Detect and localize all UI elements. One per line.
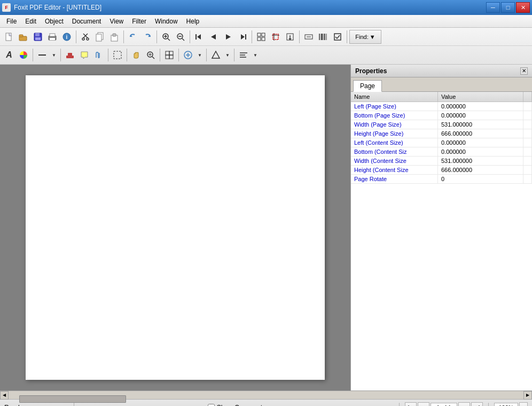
- copy-button[interactable]: [93, 30, 107, 44]
- toolbar-separator: [178, 49, 179, 61]
- toolbar-area: i: [0, 28, 532, 65]
- menu-object[interactable]: Object: [41, 15, 68, 27]
- menu-filter[interactable]: Filter: [128, 15, 151, 27]
- barcode-button[interactable]: [316, 30, 330, 44]
- attach-button[interactable]: [92, 48, 106, 62]
- svg-rect-35: [262, 33, 265, 36]
- text-tool-icon: A: [6, 50, 12, 60]
- color-button[interactable]: [17, 48, 30, 62]
- svg-rect-64: [166, 55, 169, 59]
- line-dropdown-button[interactable]: ▼: [50, 48, 58, 62]
- svg-marker-30: [211, 34, 216, 40]
- maximize-button[interactable]: □: [501, 2, 515, 13]
- status-prev-page[interactable]: [418, 402, 429, 407]
- svg-marker-31: [226, 34, 231, 40]
- page-indicator: 1 of 1: [431, 403, 457, 407]
- status-last-page[interactable]: [471, 402, 483, 407]
- title-bar: F Foxit PDF Editor - [UNTITLED] ─ □ ✕: [0, 0, 532, 15]
- minimize-button[interactable]: ─: [486, 2, 500, 13]
- thumbnail-button[interactable]: [254, 30, 268, 44]
- col-value: Value: [437, 92, 523, 102]
- toolbar-separator: [108, 49, 108, 61]
- menu-view[interactable]: View: [105, 15, 128, 27]
- svg-rect-5: [35, 37, 41, 40]
- toolbar-separator: [160, 49, 160, 61]
- menu-file[interactable]: File: [2, 15, 21, 27]
- toolbar-separator: [76, 30, 76, 43]
- scroll-right-button[interactable]: ▶: [523, 391, 532, 400]
- align-dropdown[interactable]: ▼: [251, 48, 260, 62]
- redo-button[interactable]: [140, 30, 154, 44]
- app-icon: F: [2, 3, 11, 12]
- menu-window[interactable]: Window: [151, 15, 182, 27]
- shapes-button[interactable]: [209, 48, 223, 62]
- properties-table: Name Value Left (Page Size)0.000000Botto…: [351, 92, 532, 184]
- note-button[interactable]: [77, 48, 91, 62]
- table-row: Left (Content Size)0.000000: [351, 138, 532, 147]
- text-field-button[interactable]: [302, 30, 316, 44]
- undo-button[interactable]: [126, 30, 140, 44]
- table-row: Bottom (Page Size)0.000000: [351, 111, 532, 120]
- svg-point-14: [87, 38, 89, 40]
- select-button[interactable]: [111, 48, 124, 62]
- zoom-out-button[interactable]: [174, 30, 187, 44]
- status-separator: [74, 403, 74, 407]
- close-button[interactable]: ✕: [516, 2, 530, 13]
- table-row: Page Rotate0: [351, 175, 532, 184]
- align-button[interactable]: [237, 48, 251, 62]
- save-button[interactable]: [31, 30, 45, 44]
- toolbar-separator: [33, 49, 33, 61]
- checkbox-button[interactable]: [331, 30, 345, 44]
- cut-button[interactable]: [79, 30, 92, 44]
- menu-edit[interactable]: Edit: [21, 15, 41, 27]
- extract-button[interactable]: [283, 30, 297, 44]
- table-row: Height (Page Size)666.000000: [351, 129, 532, 138]
- toolbar-separator: [299, 30, 300, 43]
- svg-rect-2: [19, 35, 23, 37]
- forms-dropdown[interactable]: ▼: [195, 48, 204, 62]
- hand-tool-button[interactable]: [129, 48, 143, 62]
- document-area[interactable]: [0, 65, 350, 391]
- status-first-page[interactable]: [405, 402, 417, 407]
- toolbar-separator: [234, 49, 234, 61]
- menu-document[interactable]: Document: [68, 15, 106, 27]
- svg-rect-34: [257, 33, 261, 36]
- text-tool-button[interactable]: A: [2, 48, 16, 62]
- svg-rect-8: [50, 38, 55, 40]
- tab-page[interactable]: Page: [353, 80, 382, 92]
- info-button[interactable]: i: [60, 30, 74, 44]
- svg-rect-52: [334, 34, 341, 40]
- svg-rect-62: [166, 51, 169, 55]
- last-page-button[interactable]: [236, 30, 249, 44]
- properties-header: Properties ✕: [351, 65, 532, 77]
- forms-button[interactable]: [181, 48, 195, 62]
- first-page-button[interactable]: [192, 30, 206, 44]
- svg-line-26: [182, 38, 184, 41]
- prev-page-button[interactable]: [207, 30, 221, 44]
- print-button[interactable]: [45, 30, 59, 44]
- next-page-button[interactable]: [221, 30, 235, 44]
- open-button[interactable]: [17, 30, 30, 44]
- horizontal-scrollbar[interactable]: ◀ ▶: [0, 391, 532, 399]
- new-button[interactable]: [2, 30, 16, 44]
- status-next-page[interactable]: [458, 402, 470, 407]
- shapes-dropdown[interactable]: ▼: [223, 48, 232, 62]
- scroll-thumb[interactable]: [19, 395, 126, 403]
- paste-button[interactable]: [107, 30, 121, 44]
- edit-objects-button[interactable]: [162, 48, 176, 62]
- stamp-button[interactable]: [63, 48, 77, 62]
- magnify-button[interactable]: [144, 48, 158, 62]
- line-tool-button[interactable]: [35, 48, 49, 62]
- find-button[interactable]: Find: ▼: [349, 30, 381, 44]
- properties-table-container[interactable]: Name Value Left (Page Size)0.000000Botto…: [351, 92, 532, 391]
- svg-marker-33: [241, 34, 245, 40]
- zoom-area: 100% ▼: [494, 402, 528, 407]
- navigation-controls: 1 of 1: [405, 402, 483, 407]
- show-comments-checkbox[interactable]: [208, 404, 215, 406]
- scroll-left-button[interactable]: ◀: [0, 391, 9, 400]
- properties-close-button[interactable]: ✕: [520, 67, 528, 75]
- zoom-in-button[interactable]: [159, 30, 173, 44]
- crop-button[interactable]: [269, 30, 283, 44]
- zoom-dropdown-button[interactable]: ▼: [519, 402, 528, 407]
- menu-help[interactable]: Help: [182, 15, 204, 27]
